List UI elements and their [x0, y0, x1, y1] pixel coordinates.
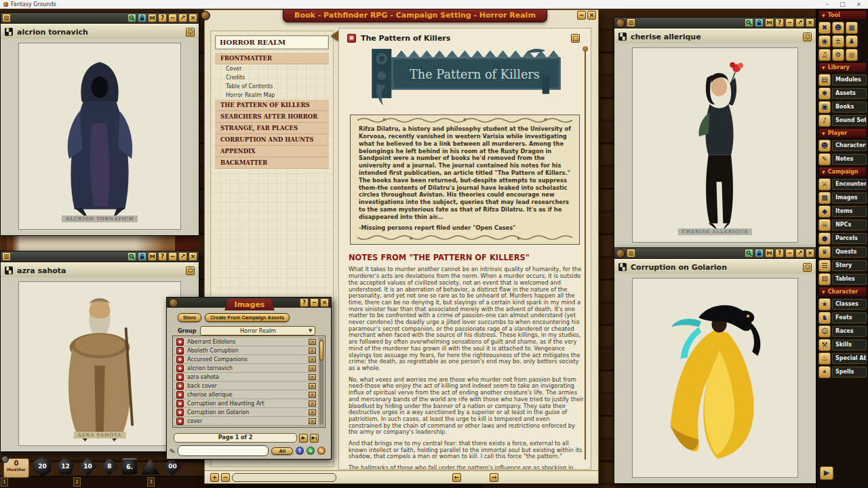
list-item[interactable]: ◆Aberrant Eidolons≡ — [174, 338, 318, 346]
assets-icon[interactable]: ✱ — [818, 87, 831, 100]
search-input[interactable] — [178, 445, 269, 456]
skills-icon[interactable]: ⚒ — [818, 339, 831, 351]
pin-icon[interactable]: ⋈ — [148, 14, 157, 22]
os-close-icon[interactable]: × — [856, 1, 861, 7]
open-window-icon[interactable]: ≡ — [309, 409, 316, 415]
zoom-out-icon[interactable]: − — [221, 473, 230, 482]
sidebar-item-encounters[interactable]: ⚔Encounters — [818, 178, 867, 190]
sidebar-item-spells[interactable]: ✴Spells — [818, 366, 867, 378]
create-from-assets-button[interactable]: Create From Campaign Assets — [205, 313, 290, 322]
sidebar-item-quests[interactable]: ♛Quests — [818, 246, 867, 258]
items-icon[interactable]: ◆ — [818, 205, 831, 218]
edit-button[interactable]: ✎ — [317, 447, 326, 455]
sidebar-item-sound-sets[interactable]: ♪Sound Sets — [818, 115, 867, 126]
sidebar-item-feats[interactable]: ♞Feats — [818, 312, 867, 323]
sidebar-section-player[interactable]: ▼Player — [818, 128, 867, 138]
pin-icon[interactable]: ⋈ — [148, 252, 157, 261]
images-icon[interactable]: ▩ — [818, 192, 831, 204]
encounters-icon[interactable]: ⚔ — [818, 178, 831, 190]
sidebar-item-story[interactable]: ☰Story — [818, 260, 867, 271]
minimize-icon[interactable]: − — [168, 14, 177, 22]
feats-icon[interactable]: ♞ — [818, 312, 831, 324]
token-icon[interactable]: ☺ — [186, 28, 195, 37]
d6-die[interactable]: 6. — [122, 458, 137, 474]
toc-item-strange-far-places[interactable]: STRANGE, FAR PLACES — [215, 123, 329, 134]
npcs-icon[interactable]: ☠ — [818, 219, 831, 231]
page-jump-input[interactable] — [232, 473, 336, 482]
open-window-icon[interactable]: ≡ — [309, 374, 316, 380]
pin-icon[interactable]: ⋈ — [765, 18, 774, 27]
images-scrollbar[interactable] — [319, 339, 323, 424]
portrait-image[interactable]: CHERISE ALLERIQUE — [632, 47, 798, 243]
sidebar-item-assets[interactable]: ✱Assets — [818, 87, 867, 99]
open-window-icon[interactable]: ≡ — [309, 418, 316, 424]
party-icon[interactable]: ☻ — [832, 22, 844, 34]
hotkey-slot-3[interactable]: 3 — [147, 477, 155, 487]
link-icon[interactable]: □ — [571, 34, 580, 43]
os-maximize-icon[interactable]: □ — [840, 1, 846, 7]
resize-icon[interactable]: ↗ — [178, 252, 187, 261]
group-dropdown[interactable]: Horror Realm ▼ — [200, 326, 315, 336]
list-item[interactable]: ◆Accursed Companions≡ — [174, 355, 318, 363]
open-window-icon[interactable]: ≡ — [309, 339, 316, 345]
open-window-icon[interactable]: ≡ — [309, 348, 316, 354]
last-page-icon[interactable]: ▶| — [310, 434, 319, 443]
open-window-icon[interactable]: ≡ — [309, 401, 316, 407]
window-corruption-on-golarion[interactable]: ▥⋈?−↗× ▚ Corruption on Golarion ☺ — [614, 247, 816, 484]
scrollbar-track[interactable] — [585, 52, 586, 460]
zoom-icon[interactable] — [745, 18, 753, 27]
page-scrollbar[interactable] — [584, 46, 587, 462]
scrollbar-knob[interactable] — [583, 46, 588, 52]
sidebar-section-campaign[interactable]: ▼Campaign — [818, 167, 867, 177]
d10-die[interactable]: 10 — [79, 457, 97, 476]
lock-icon[interactable] — [755, 18, 764, 27]
resize-icon[interactable]: ↗ — [178, 14, 187, 22]
modifier-box[interactable]: 0 Modifier — [3, 458, 29, 478]
options-icon[interactable]: ⚙ — [832, 49, 844, 61]
d20-die[interactable]: 20 — [33, 456, 52, 476]
list-item[interactable]: ◆azra sahota≡ — [174, 373, 318, 381]
zoom-icon[interactable] — [127, 14, 136, 22]
races-icon[interactable]: ☺ — [818, 325, 831, 338]
resize-icon[interactable]: ↗ — [795, 18, 804, 27]
sidebar-item-items[interactable]: ◆Items — [818, 205, 867, 217]
sidebar-item-notes[interactable]: ✎Notes — [818, 153, 867, 165]
open-window-icon[interactable]: ≡ — [309, 365, 316, 371]
parcels-icon[interactable]: ● — [818, 232, 831, 245]
sidebar-item-modules[interactable]: ▤Modules — [818, 74, 867, 85]
toc-item-appendix[interactable]: APPENDIX — [215, 146, 329, 157]
d8-die[interactable]: 8 — [101, 458, 118, 476]
resize-icon[interactable]: ↗ — [795, 249, 804, 258]
sidebar-item-parcels[interactable]: ●Parcels — [818, 232, 867, 244]
list-item[interactable]: ◆back cover≡ — [174, 382, 318, 390]
lock-icon[interactable] — [755, 249, 764, 258]
next-page-icon[interactable]: → — [490, 473, 498, 482]
window-cherise-allerique[interactable]: ▥⋈?−↗× ▚ cherise allerique ☺ CHERISE — [614, 17, 816, 249]
panel-toggle-icon[interactable]: ▥ — [627, 18, 635, 27]
d12-die[interactable]: 12 — [56, 458, 75, 476]
sidebar-item-skills[interactable]: ⚒Skills — [818, 339, 867, 350]
hotkey-slot-2[interactable]: 2 — [73, 477, 81, 487]
help-icon[interactable]: ? — [300, 298, 309, 307]
story-icon[interactable]: ☰ — [818, 260, 831, 272]
zoom-icon[interactable] — [127, 252, 136, 261]
images-list-window[interactable]: ? − × Images Store Create From Campaign … — [166, 297, 332, 460]
close-icon[interactable]: × — [320, 298, 329, 307]
toc-item-table-of-contents[interactable]: Table of Contents — [215, 82, 329, 91]
minimize-icon[interactable]: − — [785, 249, 794, 258]
window-titlebar[interactable]: ▚ cherise allerique ☺ — [614, 28, 816, 45]
gear-icon[interactable] — [1, 455, 9, 463]
sidebar-item-special-abilities[interactable]: ♨Special Abilities — [818, 352, 867, 364]
soundboard-icon[interactable]: ♫ — [818, 49, 831, 61]
close-icon[interactable]: × — [189, 252, 197, 261]
special-abilities-icon[interactable]: ♨ — [818, 352, 831, 365]
calendar-icon[interactable]: ▦ — [846, 22, 858, 34]
tokens-icon[interactable]: ◎ — [846, 49, 858, 61]
list-item[interactable]: ◆cover≡ — [174, 417, 318, 425]
open-window-icon[interactable]: ≡ — [309, 392, 316, 398]
tables-icon[interactable]: ⚄ — [818, 273, 831, 285]
toc-item-backmatter[interactable]: BACKMATTER — [215, 157, 329, 169]
list-item[interactable]: ◆Corruption on Golarion≡ — [174, 408, 318, 416]
hotkey-slot-1[interactable]: 1 — [1, 477, 8, 487]
lock-icon[interactable] — [138, 14, 146, 22]
